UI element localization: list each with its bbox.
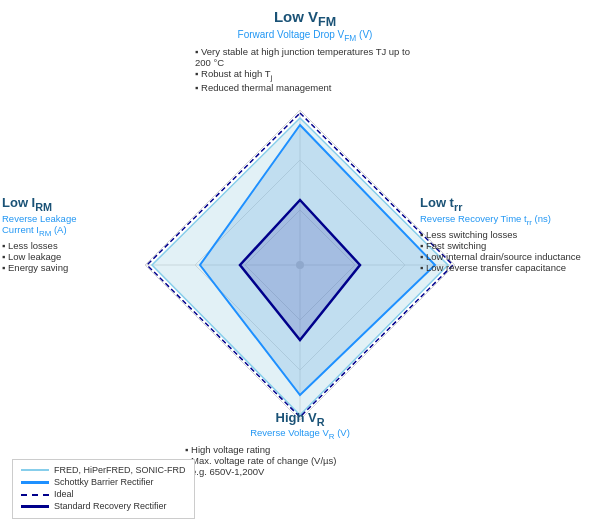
legend-line-standard [21,505,49,508]
legend-item-fred: FRED, HiPerFRED, SONIC-FRD [21,465,186,475]
bottom-title: High VR [185,410,415,428]
right-bullets: Less switching losses Fast switching Low… [420,229,595,273]
chart-legend: FRED, HiPerFRED, SONIC-FRD Schottky Barr… [12,459,195,519]
legend-label-ideal: Ideal [54,489,74,499]
bullet-item: Less losses [2,240,147,251]
bottom-bullets: High voltage rating Max. voltage rate of… [185,444,415,477]
bottom-label: High VR Reverse Voltage VR (V) High volt… [185,410,415,477]
legend-line-ideal [21,494,49,496]
left-bullets: Less losses Low leakage Energy saving [2,240,147,273]
left-title: Low IRM [2,195,147,213]
bullet-item: Max. voltage rate of change (V/µs) [185,455,415,466]
bullet-item: Low leakage [2,251,147,262]
main-container: Low VFM Forward Voltage Drop VFM (V) Ver… [0,0,600,527]
bullet-item: e.g. 650V-1,200V [185,466,415,477]
legend-label-fred: FRED, HiPerFRED, SONIC-FRD [54,465,186,475]
legend-item-ideal: Ideal [21,489,186,499]
legend-label-standard: Standard Recovery Rectifier [54,501,167,511]
left-subtitle: Reverse LeakageCurrent IRM (A) [2,213,147,238]
bullet-item: Reduced thermal management [195,82,415,93]
right-subtitle: Reverse Recovery Time trr (ns) [420,213,595,227]
legend-item-standard: Standard Recovery Rectifier [21,501,186,511]
bullet-item: Energy saving [2,262,147,273]
bullet-item: Robust at high Tj [195,68,415,82]
left-label: Low IRM Reverse LeakageCurrent IRM (A) L… [2,195,147,273]
legend-line-fred [21,469,49,471]
top-title: Low VFM [195,8,415,29]
bottom-subtitle: Reverse Voltage VR (V) [185,427,415,441]
legend-line-schottky [21,481,49,484]
bullet-item: Less switching losses [420,229,595,240]
bullet-item: Very stable at high junction temperature… [195,46,415,68]
top-label: Low VFM Forward Voltage Drop VFM (V) Ver… [195,8,415,93]
top-subtitle: Forward Voltage Drop VFM (V) [195,29,415,43]
bullet-item: Low reverse transfer capacitance [420,262,595,273]
bullet-item: Fast switching [420,240,595,251]
bullet-item: High voltage rating [185,444,415,455]
right-label: Low trr Reverse Recovery Time trr (ns) L… [420,195,595,273]
right-title: Low trr [420,195,595,213]
legend-label-schottky: Schottky Barrier Rectifier [54,477,154,487]
top-bullets: Very stable at high junction temperature… [195,46,415,93]
bullet-item: Low internal drain/source inductance [420,251,595,262]
legend-item-schottky: Schottky Barrier Rectifier [21,477,186,487]
